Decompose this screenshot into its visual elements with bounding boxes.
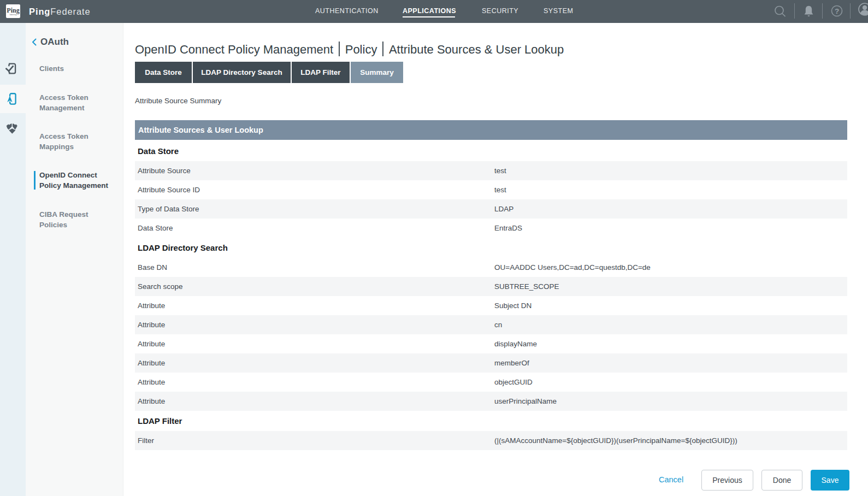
svg-text:?: ? xyxy=(835,7,839,15)
